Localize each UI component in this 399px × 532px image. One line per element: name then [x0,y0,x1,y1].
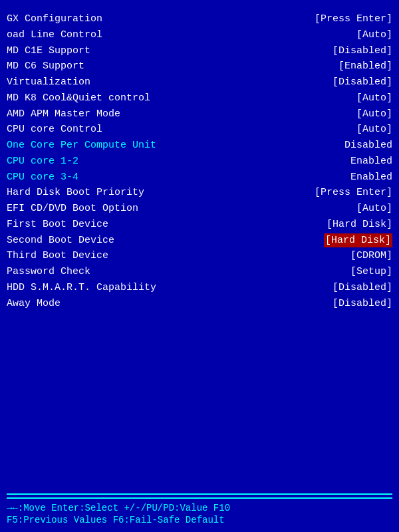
bios-row-value: [Hard Disk] [324,233,392,248]
bios-row-value: [CDROM] [350,249,392,263]
bios-row-value: [Press Enter] [315,186,392,200]
bios-row: HDD S.M.A.R.T. Capability[Disabled] [7,281,392,295]
bios-row-label: MD C6 Support [7,59,84,74]
footer-row-2: F5:Previous Values F6:Fail-Safe Default [7,515,392,525]
bios-row[interactable]: Second Boot Device[Hard Disk] [7,233,392,248]
bios-screen: GX Configuration[Press Enter]oad Line Co… [0,0,399,532]
bios-row-label: Third Boot Device [7,249,108,263]
bios-row-label: MD K8 Cool&Quiet control [7,91,150,106]
bios-row-label: EFI CD/DVD Boot Option [7,201,138,216]
bios-row-value: Disabled [344,138,392,153]
bios-row-label: Hard Disk Boot Priority [7,186,144,200]
bios-row: One Core Per Compute UnitDisabled [7,138,392,153]
bios-row-value: Enabled [350,154,392,169]
bios-row-value: [Disabled] [332,75,392,90]
bios-row: MD C6 Support[Enabled] [7,59,392,74]
bios-row: First Boot Device[Hard Disk] [7,217,392,232]
bios-row: MD C1E Support[Disabled] [7,44,392,59]
bios-row-value: [Disabled] [332,281,392,295]
bios-row: Hard Disk Boot Priority[Press Enter] [7,186,392,200]
bios-row-label: Away Mode [7,297,61,311]
bios-row-label: One Core Per Compute Unit [7,138,156,153]
footer-line1: →←:Move Enter:Select +/-/PU/PD:Value F10 [7,503,230,513]
bios-row: AMD APM Master Mode[Auto] [7,107,392,122]
bios-footer: →←:Move Enter:Select +/-/PU/PD:Value F10… [7,497,392,525]
bios-row-label: HDD S.M.A.R.T. Capability [7,281,156,295]
bios-row-value: [Auto] [356,107,392,122]
bios-row-value: [Auto] [356,28,392,43]
bios-row-value: [Auto] [356,122,392,137]
bios-row: Third Boot Device[CDROM] [7,249,392,263]
bios-row: Password Check[Setup] [7,265,392,279]
bios-row: EFI CD/DVD Boot Option[Auto] [7,201,392,216]
bios-row-label: Second Boot Device [7,233,114,248]
bios-row-value: [Disabled] [332,297,392,311]
footer-divider [7,493,392,495]
bios-row: CPU core 1-2Enabled [7,154,392,169]
bios-row-label: AMD APM Master Mode [7,107,120,122]
bios-row: CPU core Control[Auto] [7,122,392,137]
bios-row-label: CPU core 3-4 [7,170,78,185]
bios-row: Virtualization[Disabled] [7,75,392,90]
bios-row-label: oad Line Control [7,28,102,43]
bios-row-label: CPU core 1-2 [7,154,78,169]
bios-row: Away Mode[Disabled] [7,297,392,311]
bios-row: oad Line Control[Auto] [7,28,392,43]
bios-row-value: [Auto] [356,201,392,216]
bios-row-value: [Disabled] [332,44,392,59]
bios-row-value: [Hard Disk] [327,217,392,232]
bios-row-value: [Setup] [350,265,392,279]
footer-row-1: →←:Move Enter:Select +/-/PU/PD:Value F10 [7,503,392,513]
bios-row-value: [Auto] [356,91,392,106]
bios-row-label: Virtualization [7,75,90,90]
bios-settings-table: GX Configuration[Press Enter]oad Line Co… [7,12,392,488]
bios-row: MD K8 Cool&Quiet control[Auto] [7,91,392,106]
bios-row-value: [Enabled] [338,59,392,74]
bios-row-label: GX Configuration [7,12,102,27]
bios-row-label: First Boot Device [7,217,108,232]
bios-row: GX Configuration[Press Enter] [7,12,392,27]
bios-row-value: [Press Enter] [315,12,392,27]
bios-row-label: CPU core Control [7,122,102,137]
bios-row-label: Password Check [7,265,90,279]
bios-row-label: MD C1E Support [7,44,90,59]
bios-row: CPU core 3-4Enabled [7,170,392,185]
footer-line2: F5:Previous Values F6:Fail-Safe Default [7,515,225,525]
bios-row-value: Enabled [350,170,392,185]
